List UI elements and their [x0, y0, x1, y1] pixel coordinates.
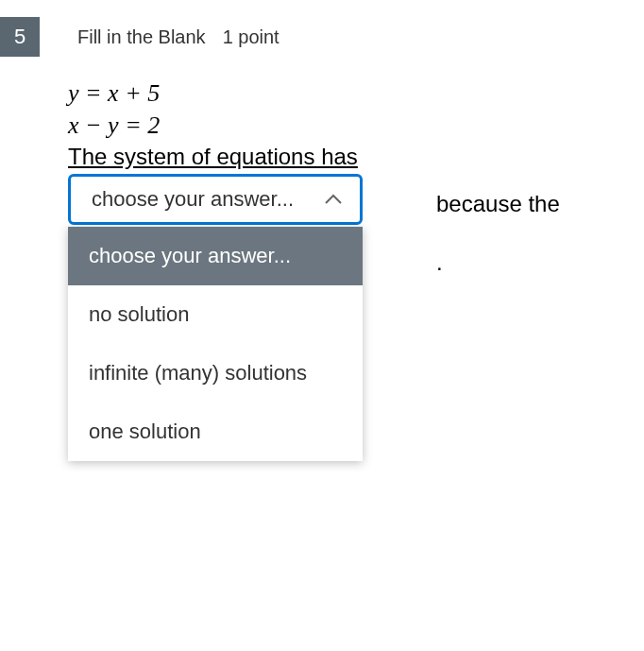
dropdown-option[interactable]: one solution [68, 403, 363, 461]
question-number-text: 5 [14, 25, 25, 49]
question-content: y = x + 5 x − y = 2 The system of equati… [0, 57, 644, 225]
answer-dropdown-wrap: choose your answer... choose your answer… [68, 174, 644, 225]
dropdown-option[interactable]: infinite (many) solutions [68, 344, 363, 403]
dropdown-option[interactable]: choose your answer... [68, 227, 363, 285]
question-prompt-text: The system of equations has [68, 144, 644, 170]
dropdown-option[interactable]: no solution [68, 285, 363, 344]
equation-line-1: y = x + 5 [68, 77, 644, 110]
chevron-up-icon [324, 194, 343, 205]
trailing-text: because the [436, 191, 560, 217]
equation-line-2: x − y = 2 [68, 110, 644, 142]
question-type-label: Fill in the Blank [77, 26, 206, 48]
question-header: 5 Fill in the Blank 1 point [0, 0, 644, 57]
points-label: 1 point [223, 26, 280, 48]
question-number-badge: 5 [0, 17, 40, 57]
trailing-dot: . [436, 249, 443, 276]
dropdown-selected-label: choose your answer... [92, 187, 294, 212]
answer-dropdown[interactable]: choose your answer... [68, 174, 363, 225]
dropdown-menu: choose your answer...no solutioninfinite… [68, 227, 363, 461]
